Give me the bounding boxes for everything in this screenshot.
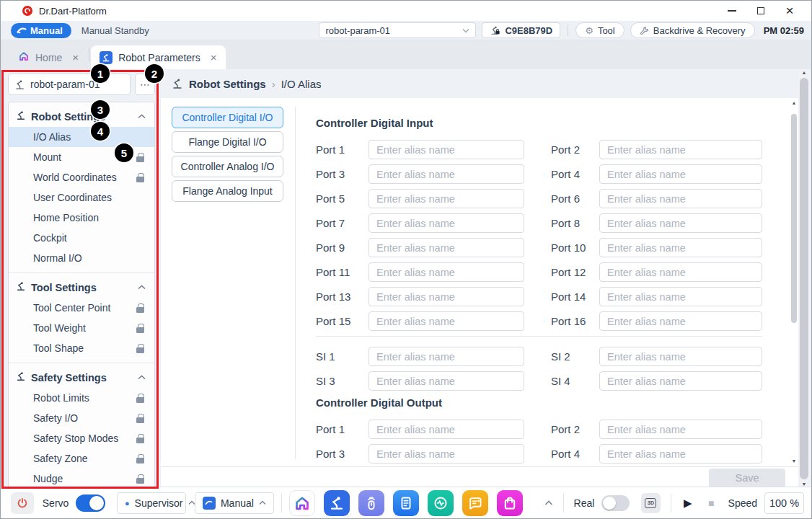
close-button[interactable]: ×	[775, 1, 804, 20]
tab-divider	[89, 48, 89, 61]
servo-power-button[interactable]	[11, 492, 34, 514]
house-icon	[18, 50, 30, 64]
collapse-dock-icon[interactable]	[544, 500, 553, 506]
stop-button[interactable]: ■	[702, 492, 720, 514]
robot-serial-chip[interactable]: C9E8B79D	[482, 22, 560, 38]
form-scrollbar[interactable]: ▲ ▼	[790, 99, 798, 465]
alias-input-port-11[interactable]	[369, 262, 524, 282]
alias-input-si-4[interactable]	[599, 371, 762, 391]
lock-icon	[136, 153, 144, 162]
alias-input-port-16[interactable]	[599, 311, 762, 331]
alias-input-port-14[interactable]	[599, 287, 762, 306]
sidebar-item-tool-shape[interactable]: Tool Shape	[9, 338, 154, 358]
alias-input-port-2[interactable]	[599, 140, 762, 159]
alias-input-si-2[interactable]	[599, 347, 762, 366]
alias-input-port-1[interactable]	[369, 140, 524, 159]
speed-value[interactable]: 100 %	[764, 492, 804, 514]
alias-input-port-1[interactable]	[369, 420, 524, 439]
tree-group-header[interactable]: Robot Settings	[9, 106, 154, 127]
io-tab-flange-analog-input[interactable]: Flange Analog Input	[172, 180, 283, 202]
tree-group-header[interactable]: Tool Settings	[9, 277, 154, 298]
sidebar-item-safety-zone[interactable]: Safety Zone	[9, 448, 154, 469]
chat-app-icon[interactable]	[462, 490, 488, 516]
sidebar-item-safety-stop-modes[interactable]: Safety Stop Modes	[9, 428, 154, 448]
scroll-up-icon[interactable]: ▲	[802, 69, 807, 76]
io-tab-flange-digital-i-o[interactable]: Flange Digital I/O	[172, 131, 283, 153]
alias-input-port-10[interactable]	[599, 238, 762, 257]
sidebar-item-tool-center-point[interactable]: Tool Center Point	[9, 298, 154, 318]
scroll-up-icon[interactable]: ▲	[792, 99, 797, 107]
save-button[interactable]: Save	[709, 469, 785, 487]
tree-item-label: User Coordinates	[33, 192, 112, 203]
sidebar-item-safety-i-o[interactable]: Safety I/O	[9, 408, 154, 428]
sidebar-item-normal-i-o[interactable]: Normal I/O	[9, 248, 154, 268]
alias-input-port-6[interactable]	[599, 189, 762, 208]
robot-icon	[16, 371, 26, 383]
backdrive-recovery-button[interactable]: Backdrive & Recovery	[630, 22, 755, 38]
tree-item-label: Mount	[33, 151, 61, 163]
alias-input-port-4[interactable]	[599, 444, 762, 463]
store-app-icon[interactable]	[497, 490, 523, 516]
alias-input-port-15[interactable]	[369, 311, 524, 331]
robot-icon	[14, 79, 25, 90]
mode-select[interactable]: Manual	[195, 492, 274, 514]
tool-button[interactable]: ⚙ Tool	[575, 22, 625, 38]
io-tab-controller-analog-i-o[interactable]: Controller Analog I/O	[172, 156, 283, 177]
scrollbar-thumb[interactable]	[800, 78, 808, 479]
play-icon: ▶	[684, 497, 692, 510]
top-toolbar: Manual Manual Standby robot-param-01 C9E…	[1, 21, 811, 40]
scroll-down-icon[interactable]: ▼	[792, 458, 797, 465]
doosan-logo-icon	[22, 6, 32, 16]
sidebar-item-world-coordinates[interactable]: World Coordinates	[9, 167, 154, 187]
parameter-select[interactable]: robot-param-01	[319, 22, 476, 38]
sidebar-item-robot-limits[interactable]: Robot Limits	[9, 388, 154, 408]
home-app-icon[interactable]	[289, 490, 315, 516]
close-icon[interactable]: ×	[72, 51, 79, 63]
alias-input-port-8[interactable]	[599, 213, 762, 233]
alias-input-port-9[interactable]	[369, 238, 524, 257]
document-app-icon[interactable]	[393, 490, 419, 516]
sidebar-item-home-position[interactable]: Home Position	[9, 208, 154, 228]
alias-input-port-13[interactable]	[369, 287, 524, 306]
close-icon[interactable]: ×	[211, 51, 217, 63]
alias-input-port-4[interactable]	[599, 164, 762, 184]
wrench-icon	[640, 26, 649, 35]
mode-button[interactable]: Manual	[11, 23, 71, 38]
alias-input-port-12[interactable]	[599, 262, 762, 282]
chevron-up-icon	[138, 375, 146, 380]
minimize-button[interactable]	[718, 1, 746, 20]
alias-input-port-7[interactable]	[369, 213, 524, 233]
alias-input-port-5[interactable]	[369, 189, 524, 208]
sidebar-item-tool-weight[interactable]: Tool Weight	[9, 318, 154, 338]
port-label: Port 1	[316, 423, 369, 435]
alias-input-port-3[interactable]	[369, 164, 524, 184]
sidebar-item-cockpit[interactable]: Cockpit	[9, 228, 154, 248]
page-scrollbar[interactable]: ▲ ▼	[798, 69, 810, 488]
play-button[interactable]: ▶	[679, 492, 697, 514]
alias-input-port-2[interactable]	[599, 420, 762, 439]
user-role-select[interactable]: ● Supervisor	[117, 492, 186, 514]
io-tab-controller-digital-i-o[interactable]: Controller Digital I/O	[172, 107, 283, 128]
maximize-button[interactable]	[746, 1, 775, 20]
sidebar-item-i-o-alias[interactable]: I/O Alias	[9, 127, 154, 147]
real-label: Real	[574, 497, 595, 509]
real-sim-toggle[interactable]	[601, 495, 630, 511]
alias-input-si-1[interactable]	[369, 347, 524, 366]
sidebar-item-nudge[interactable]: Nudge	[9, 469, 154, 488]
robot-app-icon[interactable]	[324, 490, 350, 516]
tree-group-header[interactable]: Safety Settings	[9, 367, 154, 388]
tab-home[interactable]: Home×	[9, 45, 87, 69]
scrollbar-thumb[interactable]	[791, 114, 797, 323]
view-3d-button[interactable]: 3D	[641, 493, 660, 513]
servo-toggle[interactable]	[76, 494, 105, 512]
alias-input-si-3[interactable]	[369, 371, 524, 391]
sidebar-item-user-coordinates[interactable]: User Coordinates	[9, 187, 154, 208]
port-label: Port 13	[316, 290, 369, 303]
monitor-app-icon[interactable]	[428, 490, 454, 516]
tree-item-label: Normal I/O	[33, 252, 82, 264]
remote-app-icon[interactable]	[358, 490, 384, 516]
lock-icon	[136, 344, 144, 353]
alias-input-port-3[interactable]	[369, 444, 524, 463]
parameter-name-input[interactable]: robot-param-01	[8, 74, 131, 95]
port-label: Port 3	[316, 168, 369, 180]
